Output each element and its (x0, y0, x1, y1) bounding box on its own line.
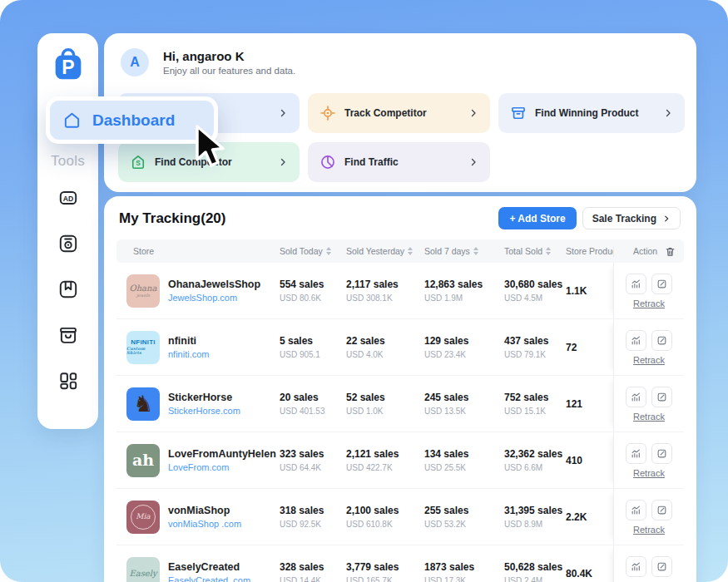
total-sold-cell: 30,680 salesUSD 4.5M (504, 279, 566, 303)
my-tracking-card: My Tracking(20) + Add Store Sale Trackin… (104, 196, 696, 582)
feature-label: Find Winning Product (535, 107, 639, 119)
total-sold-value: 752 sales (504, 392, 562, 403)
edit-button[interactable] (651, 556, 672, 577)
total-sold-cell: 752 salesUSD 15.1K (504, 392, 566, 416)
sold-yesterday-value: 52 sales (346, 392, 421, 403)
feature-card-track-competitor[interactable]: Track Competitor (308, 93, 490, 133)
column-header-total-sold[interactable]: Total Sold (504, 246, 566, 256)
store-name: LoveFromAuntyHelen (168, 448, 276, 460)
sales-chart-button[interactable] (626, 387, 646, 407)
action-buttons (626, 556, 672, 577)
sold-yesterday-cell: 2,100 salesUSD 610.8K (346, 505, 424, 529)
add-store-button[interactable]: + Add Store (498, 207, 576, 229)
sort-icon[interactable] (408, 247, 413, 255)
sidebar-item-track-target-icon[interactable] (57, 232, 79, 254)
store-products-cell: 410 (566, 455, 613, 466)
store-domain-link[interactable]: vonMiaShop .com (168, 519, 241, 529)
avatar[interactable]: A (121, 48, 149, 76)
store-domain-link[interactable]: nfiniti.com (168, 349, 210, 359)
feature-card-find-traffic[interactable]: Find Traffic (308, 142, 490, 182)
sales-chart-button[interactable] (626, 443, 646, 464)
sold-yesterday-value: 2,117 sales (346, 279, 421, 290)
sidebar-item-apps-grid-icon[interactable] (57, 369, 79, 392)
edit-button[interactable] (651, 500, 672, 520)
store-products-value: 80.4K (566, 568, 610, 580)
store-domain-link[interactable]: EaselyCreated .com (168, 575, 250, 582)
sales-chart-button[interactable] (626, 330, 646, 351)
tools-section-label: Tools (37, 153, 98, 170)
column-header-sold-yesterday[interactable]: Sold Yesterday (346, 246, 424, 256)
home-icon (62, 111, 82, 130)
store-logo: Ohanajewels (126, 274, 160, 308)
tracking-title: My Tracking(20) (119, 210, 226, 227)
sold-7-days-cell: 129 salesUSD 23.4K (424, 335, 504, 359)
retrack-link[interactable]: Retrack (633, 468, 665, 478)
edit-button[interactable] (651, 274, 672, 294)
store-cell: ♞StickerHorseStickerHorse.com (116, 387, 280, 421)
feature-card-find-winning-product[interactable]: Find Winning Product (498, 93, 685, 133)
sold-today-usd: USD 14.4K (280, 576, 343, 582)
sort-icon[interactable] (326, 247, 331, 255)
total-sold-value: 31,395 sales (504, 505, 562, 516)
store-domain-link[interactable]: JewelsShop.com (168, 293, 260, 303)
trash-icon[interactable] (665, 246, 676, 257)
sales-chart-button[interactable] (626, 556, 646, 577)
sold-7-days-value: 129 sales (424, 335, 501, 347)
tracking-table: StoreSold TodaySold YesterdaySold 7 days… (116, 239, 684, 582)
total-sold-value: 30,680 sales (504, 279, 562, 290)
chevron-right-icon (662, 215, 671, 223)
column-header-sold-7-days[interactable]: Sold 7 days (424, 246, 504, 256)
chevron-right-icon (468, 157, 478, 167)
total-sold-value: 32,362 sales (504, 448, 562, 460)
store-domain-link[interactable]: StickerHorse.com (168, 406, 240, 416)
action-buttons (626, 387, 672, 407)
sold-7-days-cell: 134 salesUSD 25.5K (424, 448, 504, 472)
sold-7-days-usd: USD 25.5K (424, 463, 501, 472)
column-header-label: Sold Today (280, 246, 323, 256)
table-row: MiavonMiaShopvonMiaShop .com318 salesUSD… (116, 489, 684, 545)
edit-button[interactable] (651, 330, 672, 351)
retrack-link[interactable]: Retrack (633, 355, 665, 365)
store-logo-subtext: jewels (136, 293, 150, 298)
sold-yesterday-usd: USD 1.0K (346, 407, 421, 416)
store-products-value: 410 (566, 455, 610, 466)
action-cell: Retrack (613, 489, 684, 545)
sold-today-cell: 328 salesUSD 14.4K (280, 561, 346, 582)
sold-yesterday-usd: USD 4.0K (346, 350, 421, 359)
sold-today-value: 20 sales (280, 392, 343, 403)
sold-today-cell: 323 salesUSD 64.4K (280, 448, 346, 472)
sold-yesterday-cell: 52 salesUSD 1.0K (346, 392, 424, 416)
column-header-sold-today[interactable]: Sold Today (280, 246, 346, 256)
sales-chart-button[interactable] (626, 500, 646, 520)
sidebar-icon-list: AD (37, 186, 98, 392)
sort-icon[interactable] (546, 247, 551, 255)
retrack-link[interactable]: Retrack (633, 525, 665, 535)
sidebar-item-store-bag-icon[interactable] (57, 323, 79, 346)
total-sold-cell: 50,628 salesUSD 2.4M (504, 561, 566, 582)
sort-icon[interactable] (473, 247, 478, 255)
sidebar-item-bookmark-icon[interactable] (57, 278, 79, 300)
sold-yesterday-cell: 22 salesUSD 4.0K (346, 335, 424, 359)
store-logo: ah (126, 444, 160, 477)
column-header-label: Sold 7 days (424, 246, 470, 256)
sold-yesterday-usd: USD 610.8K (346, 520, 421, 529)
sold-today-usd: USD 92.5K (280, 520, 343, 529)
sidebar: P Tools AD (37, 33, 98, 429)
sold-7-days-value: 245 sales (424, 392, 501, 403)
sold-7-days-usd: USD 23.4K (424, 350, 501, 359)
store-domain-link[interactable]: LoveFrom.com (168, 462, 276, 472)
store-products-cell: 121 (566, 398, 613, 410)
app-logo-icon[interactable]: P (49, 45, 87, 83)
store-name: OhanaJewelsShop (168, 279, 260, 290)
sales-chart-button[interactable] (626, 274, 646, 294)
sold-yesterday-cell: 2,121 salesUSD 422.7K (346, 448, 424, 472)
sidebar-item-ad-icon[interactable]: AD (57, 186, 79, 209)
retrack-link[interactable]: Retrack (633, 298, 665, 308)
edit-button[interactable] (651, 387, 672, 407)
sale-tracking-button[interactable]: Sale Tracking (582, 207, 681, 229)
edit-button[interactable] (651, 443, 672, 464)
chevron-right-icon (663, 108, 673, 118)
store-logo-subtext: Custom Shirts (126, 347, 160, 355)
retrack-link[interactable]: Retrack (633, 412, 665, 422)
sold-yesterday-cell: 3,779 salesUSD 165.7K (346, 561, 424, 582)
